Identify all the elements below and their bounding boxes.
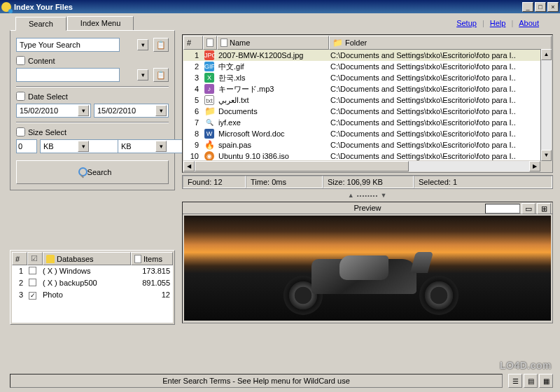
search-panel: 📋 Content 📋 Date Select Size [10, 30, 175, 190]
fld-icon: 📁 [204, 106, 214, 116]
horizontal-scrollbar[interactable]: ◀ ▶ [183, 161, 540, 172]
search-input[interactable] [16, 38, 120, 52]
tab-bar: Search Index Menu [15, 16, 134, 30]
file-col-name[interactable]: Name [217, 36, 329, 50]
link-help[interactable]: Help [490, 19, 506, 27]
view-grid-button[interactable]: ▦ [539, 374, 553, 388]
search-button[interactable]: Search [16, 160, 169, 184]
scroll-down-button[interactable]: ▼ [541, 150, 552, 161]
splitter[interactable]: ▲ •••••••• ▼ [182, 192, 553, 199]
bottom-bar: Enter Search Terms - See Help menu for W… [10, 374, 553, 388]
status-size: Size: 106,99 KB [323, 176, 414, 188]
maximize-button[interactable]: □ [535, 2, 546, 12]
database-row[interactable]: 2( X ) backup500891.055 [12, 277, 173, 289]
scroll-up-button[interactable]: ▲ [541, 49, 552, 60]
doc-icon: W [204, 129, 214, 139]
search-options-button[interactable]: 📋 [153, 38, 169, 52]
close-button[interactable]: × [547, 2, 559, 12]
file-row[interactable]: 3X한국.xlsC:\Documents and Settings\txko\E… [183, 72, 552, 83]
tab-search[interactable]: Search [15, 17, 66, 31]
status-found: Found: 12 [183, 176, 246, 188]
exe-icon: 🔍 [204, 118, 214, 127]
file-row[interactable]: 4♪キーワード.mp3C:\Documents and Settings\txk… [183, 83, 552, 94]
date-from-input[interactable] [16, 104, 91, 118]
content-label: Content [28, 57, 55, 65]
database-row[interactable]: 3✓Photo12 [12, 289, 173, 301]
preview-panel: Preview ▭ ⊞ [182, 202, 553, 323]
db-col-num[interactable]: # [12, 252, 27, 265]
app-icon [1, 2, 11, 12]
window-title: Index Your Files [14, 3, 522, 11]
pas-icon: 🔥 [204, 140, 214, 150]
preview-fit-button[interactable]: ▭ [522, 203, 536, 214]
tab-index-menu[interactable]: Index Menu [67, 16, 134, 30]
scroll-left-button[interactable]: ◀ [183, 161, 195, 172]
status-message: Enter Search Terms - See Help menu for W… [10, 374, 503, 388]
file-row[interactable]: 6📁DocumentsC:\Documents and Settings\txk… [183, 106, 552, 117]
xls-icon: X [204, 73, 214, 83]
database-row[interactable]: 1( X ) Windows173.815 [12, 265, 173, 277]
view-detail-button[interactable]: ▤ [524, 374, 538, 388]
db-checkbox[interactable]: ✓ [29, 292, 36, 300]
file-row[interactable]: 1JPG2007-BMW-K1200Sd.jpgC:\Documents and… [183, 50, 552, 61]
preview-image [184, 216, 551, 321]
file-row[interactable]: 2GIF中文.gifC:\Documents and Settings\txko… [183, 61, 552, 72]
titlebar: Index Your Files _ □ × [0, 0, 560, 13]
preview-zoom-slider[interactable] [485, 204, 520, 214]
file-icon [220, 38, 227, 47]
db-col-check[interactable]: ☑ [27, 252, 43, 265]
status-bar: Found: 12 Time: 0ms Size: 106,99 KB Sele… [182, 175, 553, 189]
mp3-icon: ♪ [204, 84, 214, 94]
file-list: # Name 📁Folder 1JPG2007-BMW-K1200Sd.jpgC… [182, 34, 553, 173]
txt-icon: txt [204, 95, 214, 105]
top-links: Setup| Help| About [456, 19, 539, 27]
iso-icon: ◉ [204, 151, 214, 160]
size-select-label: Size Select [28, 128, 66, 136]
db-checkbox[interactable] [29, 279, 36, 286]
page-icon [134, 255, 141, 263]
watermark: LO4D.com [500, 360, 552, 371]
content-input[interactable] [16, 68, 120, 82]
gif-icon: GIF [204, 62, 214, 71]
file-row[interactable]: 10◉Ubuntu 9.10 i386.isoC:\Documents and … [183, 150, 552, 160]
file-row[interactable]: 8WMicrosoft Word.docC:\Documents and Set… [183, 128, 552, 139]
link-about[interactable]: About [519, 19, 539, 27]
date-to-input[interactable] [94, 104, 169, 118]
date-select-label: Date Select [28, 92, 68, 101]
minimize-button[interactable]: _ [522, 2, 533, 12]
search-icon [74, 167, 83, 177]
database-icon [46, 255, 55, 263]
file-col-folder[interactable]: 📁Folder [329, 36, 552, 50]
jpg-icon: JPG [204, 50, 214, 60]
date-select-checkbox[interactable] [16, 92, 25, 101]
folder-icon: 📁 [332, 38, 343, 48]
file-row[interactable]: 7🔍iyf.exeC:\Documents and Settings\txko\… [183, 117, 552, 128]
db-checkbox[interactable] [29, 267, 36, 274]
scroll-right-button[interactable]: ▶ [529, 161, 540, 172]
size-select-checkbox[interactable] [16, 127, 25, 136]
database-list: # ☑ Databases Items 1( X ) Windows173.81… [10, 250, 175, 325]
content-checkbox[interactable] [16, 56, 25, 65]
file-row[interactable]: 5txtالعربي.txtC:\Documents and Settings\… [183, 94, 552, 106]
status-time: Time: 0ms [246, 176, 323, 188]
link-setup[interactable]: Setup [456, 19, 477, 27]
file-col-num[interactable]: # [183, 36, 203, 50]
size-from-input[interactable] [16, 139, 37, 153]
status-selected: Selected: 1 [414, 176, 552, 188]
file-row[interactable]: 9🔥spain.pasC:\Documents and Settings\txk… [183, 139, 552, 150]
preview-title: Preview [354, 204, 381, 212]
content-options-button[interactable]: 📋 [153, 68, 169, 82]
preview-expand-button[interactable]: ⊞ [537, 203, 551, 214]
db-col-items[interactable]: Items [131, 252, 173, 265]
vertical-scrollbar[interactable]: ▲ ▼ [540, 49, 552, 161]
db-col-databases[interactable]: Databases [43, 252, 131, 265]
view-list-button[interactable]: ☰ [508, 374, 522, 388]
file-col-type-icon[interactable] [203, 36, 217, 50]
